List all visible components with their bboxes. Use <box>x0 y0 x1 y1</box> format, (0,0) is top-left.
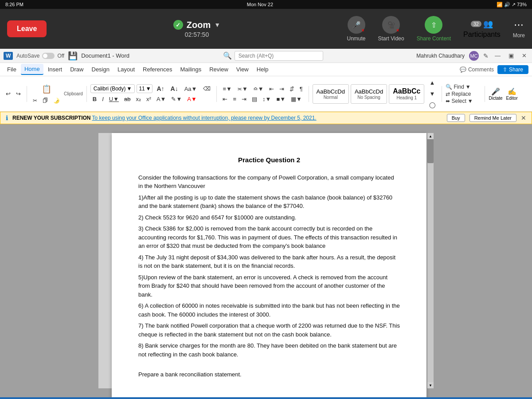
start-video-button[interactable]: 🎥 × Start Video <box>378 16 404 42</box>
close-button[interactable]: ✕ <box>520 52 528 59</box>
restore-button[interactable]: ▣ <box>507 52 516 59</box>
find-label: Find <box>454 84 464 90</box>
leave-button[interactable]: Leave <box>7 20 47 37</box>
style-heading1[interactable]: AaBbCc Heading 1 <box>389 84 424 104</box>
copy-button[interactable]: 🗍 <box>40 96 50 105</box>
shading-button[interactable]: ■▼ <box>274 94 288 104</box>
menu-bar: File Home Insert Draw Design Layout Refe… <box>0 63 532 76</box>
menu-mailings[interactable]: Mailings <box>177 64 205 74</box>
format-painter-button[interactable]: 🌛 <box>51 96 62 105</box>
notification-text: RENEW YOUR SUBSCRIPTION To keep using yo… <box>12 115 442 121</box>
document-body[interactable]: Consider the following transactions for … <box>138 173 400 379</box>
superscript-button[interactable]: x² <box>144 94 153 104</box>
comments-button[interactable]: 💬 Comments <box>460 66 494 73</box>
style-no-spacing-preview: AaBbCcDd <box>355 88 383 95</box>
style-normal[interactable]: AaBbCcDd Normal <box>313 84 349 104</box>
right-scrollbar[interactable]: ▲ ▼ <box>426 133 434 388</box>
find-button[interactable]: 🔍 Find ▼ <box>446 84 481 90</box>
underline-button[interactable]: U▼ <box>107 94 121 104</box>
zoom-label: Zoom <box>187 20 211 30</box>
align-left-button[interactable]: ⇤ <box>220 94 230 104</box>
clear-formatting-button[interactable]: ⌫ <box>201 84 213 93</box>
italic-button[interactable]: I <box>100 94 106 104</box>
font-size-selector[interactable]: 11 ▼ <box>137 84 153 93</box>
bullets-button[interactable]: ≡▼ <box>220 84 234 94</box>
scroll-down-button[interactable]: ▼ <box>427 382 434 388</box>
font-name-selector[interactable]: Calibri (Body) ▼ <box>90 84 135 93</box>
participants-button[interactable]: 32 👥 Participants <box>463 19 501 39</box>
styles-scroll-up-button[interactable]: ▲ <box>427 78 438 87</box>
video-off-icon: 🎥 × <box>382 16 400 34</box>
dictate-label: Dictate <box>489 96 502 101</box>
borders-button[interactable]: ▦▼ <box>289 94 304 104</box>
undo-button[interactable]: ↩ <box>4 89 13 98</box>
cut-button[interactable]: ✂ <box>31 96 39 105</box>
pen-icon[interactable]: ✎ <box>483 52 489 59</box>
scrollbar-thumb[interactable] <box>427 137 434 163</box>
numbering-button[interactable]: ≍▼ <box>235 84 250 94</box>
menu-review[interactable]: Review <box>206 64 232 74</box>
autosave-toggle[interactable] <box>42 53 55 59</box>
menu-layout[interactable]: Layout <box>114 64 138 74</box>
decrease-indent-button[interactable]: ⇤ <box>267 84 276 94</box>
line-spacing-button[interactable]: ↕▼ <box>260 94 273 104</box>
notification-link[interactable]: To keep using your Office applications w… <box>92 115 317 121</box>
menu-help[interactable]: Help <box>253 64 272 74</box>
redo-button[interactable]: ↪ <box>14 89 23 98</box>
show-formatting-button[interactable]: ¶ <box>297 84 305 94</box>
text-color-button[interactable]: A▼ <box>154 94 168 104</box>
style-no-spacing[interactable]: AaBbCcDd No Spacing <box>351 84 387 104</box>
day-display: Mon Nov 22 <box>247 2 273 7</box>
highlight-button[interactable]: ✎▼ <box>169 94 184 104</box>
menu-insert[interactable]: Insert <box>44 64 66 74</box>
word-window: W AutoSave Off 💾 Document1 - Word 🔍 Mahr… <box>0 49 532 399</box>
unmute-button[interactable]: 🎤 × Unmute <box>347 16 365 42</box>
menu-file[interactable]: File <box>4 64 20 74</box>
font-color-button[interactable]: A▼ <box>185 94 199 104</box>
styles-expand-button[interactable]: ◯ <box>427 100 438 110</box>
menu-design[interactable]: Design <box>88 64 113 74</box>
editor-button[interactable]: ✍ Editor <box>506 87 518 101</box>
separator-4 <box>309 86 309 102</box>
subscript-button[interactable]: x₂ <box>134 94 144 104</box>
menu-references[interactable]: References <box>139 64 176 74</box>
avatar: MC <box>469 51 479 61</box>
justify-button[interactable]: ▤ <box>250 94 259 104</box>
share-label: Share <box>509 66 523 73</box>
buy-button[interactable]: Buy <box>447 114 465 122</box>
doc-paragraph-9: 8) Bank service charges for the month ar… <box>138 341 400 359</box>
minimize-button[interactable]: — <box>493 52 502 59</box>
paste-button[interactable]: 📋 <box>39 83 54 95</box>
share-content-button[interactable]: ⇧ Share Content <box>417 16 451 42</box>
scroll-up-button[interactable]: ▲ <box>427 133 434 139</box>
search-input[interactable] <box>235 51 323 61</box>
menu-home[interactable]: Home <box>21 64 43 75</box>
multilevel-button[interactable]: ≏▼ <box>251 84 266 94</box>
more-button[interactable]: ⋯ More <box>513 19 525 39</box>
replace-button[interactable]: ⇄ Replace <box>446 91 481 97</box>
remind-later-button[interactable]: Remind Me Later <box>469 114 516 122</box>
align-right-button[interactable]: ⇥ <box>239 94 249 104</box>
save-icon[interactable]: 💾 <box>68 51 78 61</box>
select-button[interactable]: ⬌ Select ▼ <box>446 98 481 104</box>
title-bar-left: W AutoSave Off 💾 Document1 - Word <box>4 51 129 61</box>
microphone-icon: 🎤 <box>491 87 500 96</box>
renew-label: RENEW YOUR SUBSCRIPTION <box>12 115 90 121</box>
decrease-font-button[interactable]: A↓ <box>168 84 180 94</box>
close-notification-button[interactable]: ✕ <box>521 114 526 121</box>
chevron-down-icon[interactable]: ▼ <box>214 21 220 28</box>
sort-button[interactable]: ⇵ <box>287 84 297 94</box>
share-button[interactable]: ⇧ Share <box>497 65 528 74</box>
increase-indent-button[interactable]: ⇥ <box>277 84 286 94</box>
document-area[interactable]: Practice Question 2 Consider the followi… <box>0 124 532 397</box>
change-case-button[interactable]: Aa▼ <box>182 84 200 94</box>
align-center-button[interactable]: ≡ <box>231 94 239 104</box>
select-icon: ⬌ <box>446 98 450 104</box>
dictate-button[interactable]: 🎤 Dictate <box>489 87 502 101</box>
increase-font-button[interactable]: A↑ <box>154 84 166 94</box>
strikethrough-button[interactable]: ab <box>122 94 133 104</box>
menu-view[interactable]: View <box>233 64 252 74</box>
menu-draw[interactable]: Draw <box>66 64 87 74</box>
styles-scroll-down-button[interactable]: ▼ <box>427 89 438 98</box>
bold-button[interactable]: B <box>90 94 99 104</box>
